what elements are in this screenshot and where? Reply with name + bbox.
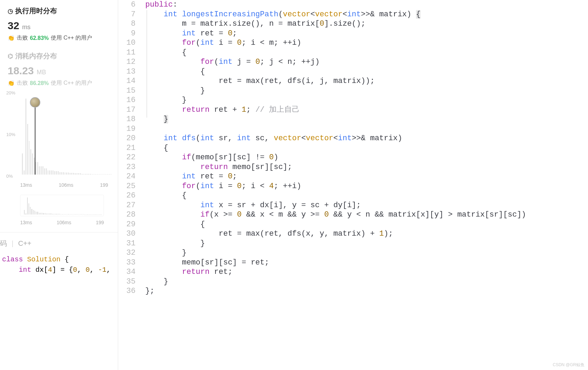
code-line[interactable]: for(int j = 0; j < n; ++j) xyxy=(145,57,588,67)
mini-bar xyxy=(83,214,84,215)
lang-label[interactable]: C++ xyxy=(18,239,31,247)
runtime-pct: 62.83% xyxy=(30,35,49,41)
code-line[interactable]: } xyxy=(145,239,588,249)
code-line[interactable]: int ret = 0; xyxy=(145,172,588,182)
code-line[interactable]: } xyxy=(145,86,588,96)
memory-value-row: 18.23 MB xyxy=(8,65,110,77)
code-line[interactable]: } xyxy=(145,248,588,258)
memory-block: ⌬ 消耗内存分布 18.23 MB 👏 击败 86.28% 使用 C++ 的用户 xyxy=(0,45,118,90)
code-line[interactable]: ret = max(ret, dfs(x, y, matrix) + 1); xyxy=(145,229,588,239)
mini-bar xyxy=(52,214,53,215)
chart-bar xyxy=(39,166,40,175)
code-line[interactable]: return ret; xyxy=(145,267,588,277)
code-line[interactable]: { xyxy=(145,220,588,229)
chart-bar xyxy=(51,170,52,175)
memory-unit: MB xyxy=(36,69,46,76)
chart-bar xyxy=(32,153,33,175)
code-line[interactable]: } xyxy=(145,115,588,124)
fold-guide xyxy=(147,10,147,118)
code-editor[interactable]: 6789101112131415161718192021222324252627… xyxy=(118,0,588,370)
mini-bar xyxy=(49,213,50,215)
memory-beat-row: 👏 击败 86.28% 使用 C++ 的用户 xyxy=(8,79,110,87)
code-line[interactable]: return ret + 1; // 加上自己 xyxy=(145,105,588,115)
chart-bar xyxy=(44,168,45,175)
separator-icon: | xyxy=(12,239,14,247)
code-line[interactable]: if(x >= 0 && x < m && y >= 0 && y < n &&… xyxy=(145,210,588,220)
memory-beat-label: 击败 xyxy=(17,79,28,87)
mini-bar xyxy=(31,209,32,215)
code-line[interactable]: for(int i = 0; i < m; ++i) xyxy=(145,38,588,48)
chart-bar xyxy=(95,174,96,175)
runtime-chart[interactable]: 20% 10% 0% 13ms 106ms 199 xyxy=(0,90,118,188)
chart-bar xyxy=(61,172,62,175)
clap-icon: 👏 xyxy=(8,80,15,86)
mini-bar xyxy=(48,213,48,215)
mini-chart[interactable] xyxy=(20,195,104,216)
mini-bar xyxy=(46,213,47,215)
line-number: 27 xyxy=(118,201,141,210)
mini-bar xyxy=(70,214,71,215)
line-number: 31 xyxy=(118,239,141,249)
chart-marker-dot[interactable] xyxy=(30,97,40,108)
line-number: 17 xyxy=(118,105,141,115)
mini-bar xyxy=(73,214,73,215)
chart-bar xyxy=(65,173,66,175)
chart-bar xyxy=(29,141,30,175)
mini-bar xyxy=(25,213,26,215)
code-line[interactable]: }; xyxy=(145,286,588,296)
mini-x-0: 13ms xyxy=(20,220,32,225)
code-body[interactable]: public: int longestIncreasingPath(vector… xyxy=(141,0,588,370)
line-number: 36 xyxy=(118,286,141,296)
line-number: 33 xyxy=(118,258,141,268)
code-line[interactable]: memo[sr][sc] = ret; xyxy=(145,258,588,268)
y-0-label: 0% xyxy=(6,174,13,179)
mini-bar xyxy=(40,213,41,215)
code-line[interactable]: int ret = 0; xyxy=(145,29,588,39)
code-snippet: class Solution { int dx[4] = {0, 0, -1, xyxy=(0,252,118,275)
mini-bar xyxy=(65,214,66,215)
code-line[interactable]: if(memo[sr][sc] != 0) xyxy=(145,153,588,162)
chart-bar xyxy=(93,174,95,175)
chart-bar xyxy=(104,174,105,175)
code-line[interactable]: { xyxy=(145,67,588,77)
code-line[interactable]: { xyxy=(145,143,588,153)
mini-bar xyxy=(54,214,54,215)
chart-bar xyxy=(111,174,112,175)
x-1: 106ms xyxy=(59,182,73,188)
line-number: 30 xyxy=(118,229,141,239)
code-line[interactable]: for(int i = 0; i < 4; ++i) xyxy=(145,182,588,191)
mini-bar xyxy=(67,214,67,215)
chart-bar xyxy=(87,174,88,175)
runtime-title: 执行用时分布 xyxy=(15,6,57,16)
code-line[interactable]: int longestIncreasingPath(vector<vector<… xyxy=(145,10,588,19)
chart-bar xyxy=(99,174,100,175)
mini-bar xyxy=(64,214,65,215)
chart-bar xyxy=(92,174,93,175)
code-line[interactable]: int dfs(int sr, int sc, vector<vector<in… xyxy=(145,134,588,143)
chart-bar xyxy=(42,166,43,175)
code-line[interactable] xyxy=(145,124,588,134)
line-number: 19 xyxy=(118,124,141,134)
clock-icon: ◷ xyxy=(8,7,13,15)
code-line[interactable]: } xyxy=(145,95,588,105)
code-line[interactable]: } xyxy=(145,277,588,287)
code-line[interactable]: int x = sr + dx[i], y = sc + dy[i]; xyxy=(145,201,588,210)
chart-bar xyxy=(52,170,54,175)
chart-bar xyxy=(59,172,60,175)
code-line[interactable]: m = matrix.size(), n = matrix[0].size(); xyxy=(145,19,588,29)
x-2: 199 xyxy=(100,182,108,188)
code-line[interactable]: { xyxy=(145,48,588,58)
code-line[interactable]: ret = max(ret, dfs(i, j, matrix)); xyxy=(145,76,588,86)
chart-marker-line xyxy=(35,98,35,175)
code-line[interactable]: { xyxy=(145,191,588,201)
chart-bar xyxy=(22,153,23,175)
chart-bar xyxy=(30,149,31,175)
code-line[interactable]: return memo[sr][sc]; xyxy=(145,162,588,172)
code-tab-label[interactable]: 码 xyxy=(0,239,7,247)
code-line[interactable]: public: xyxy=(145,0,588,10)
mini-bar xyxy=(61,214,62,215)
chart-bar xyxy=(80,173,81,175)
x-0: 13ms xyxy=(20,182,32,188)
runtime-suffix: 使用 C++ 的用户 xyxy=(51,34,92,42)
line-number: 32 xyxy=(118,248,141,258)
